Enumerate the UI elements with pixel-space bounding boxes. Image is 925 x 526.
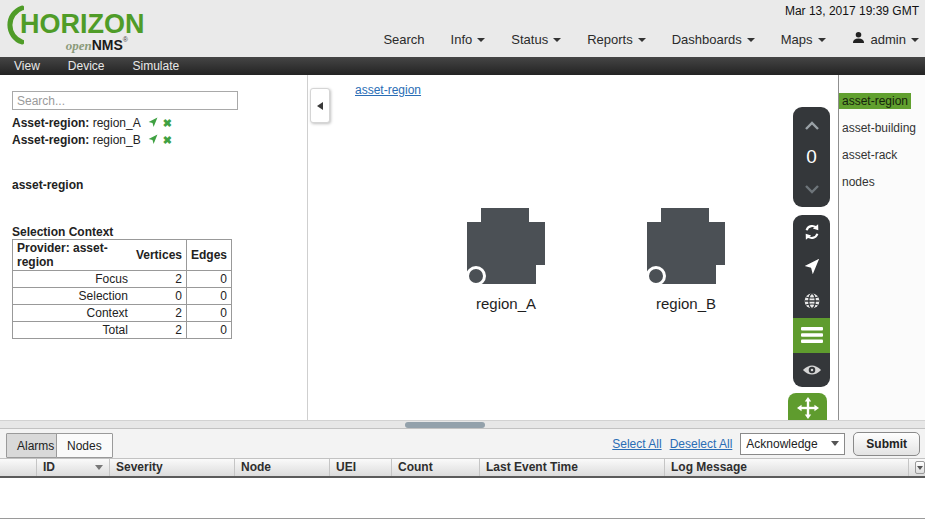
focus-panel: Asset-region: region_A✖ Asset-region: re… [0, 75, 308, 420]
logo-subtitle: openNMS® [6, 36, 128, 54]
caret-down-icon [818, 38, 826, 42]
layer-menu-button[interactable] [793, 318, 830, 352]
sort-desc-icon [95, 465, 103, 470]
locate-arrow-icon[interactable] [147, 133, 158, 149]
nav-reports[interactable]: Reports [587, 32, 646, 47]
column-chooser [909, 459, 925, 476]
deselect-all-link[interactable]: Deselect All [670, 437, 733, 451]
zoom-control: 0 [793, 107, 830, 207]
region-icon [647, 205, 725, 287]
refresh-icon [803, 223, 821, 241]
tab-nodes[interactable]: Nodes [56, 433, 113, 458]
zoom-out-chevron-icon[interactable] [804, 180, 820, 198]
focus-criterion: Asset-region: region_B✖ [12, 132, 172, 149]
horizon-logo[interactable]: HORIZON openNMS® [6, 3, 136, 53]
nav-maps[interactable]: Maps [781, 32, 826, 47]
triangle-down-icon [917, 466, 923, 470]
vertex-region-b[interactable]: region_B [641, 205, 731, 312]
menu-view[interactable]: View [0, 59, 54, 73]
table-header-row: Provider: asset-region Vertices Edges [13, 240, 232, 271]
pan-toggle-button[interactable] [793, 284, 830, 318]
vertex-region-a[interactable]: region_A [461, 205, 551, 312]
selection-context-table: Provider: asset-region Vertices Edges Fo… [12, 239, 232, 339]
search-input[interactable] [12, 91, 238, 110]
triangle-left-icon [317, 102, 323, 110]
zoom-level-value: 0 [806, 147, 817, 167]
region-icon [467, 205, 545, 287]
table-row: Selection 0 0 [13, 288, 232, 305]
alarm-actions: Select All Deselect All Acknowledge Subm… [612, 429, 920, 458]
hamburger-menu-icon [801, 327, 823, 343]
nav-info[interactable]: Info [451, 32, 486, 47]
layer-asset-building[interactable]: asset-building [839, 120, 919, 136]
layer-selector: asset-region asset-building asset-rack n… [838, 75, 925, 420]
topology-menubar: View Device Simulate [0, 57, 925, 75]
col-vertices: Vertices [132, 240, 187, 271]
col-count[interactable]: Count [392, 459, 480, 476]
selection-context-title: Selection Context [12, 225, 113, 239]
acknowledge-select[interactable]: Acknowledge [740, 433, 845, 455]
select-all-link[interactable]: Select All [612, 437, 661, 451]
center-on-selection-button[interactable] [793, 249, 830, 283]
layer-asset-rack[interactable]: asset-rack [839, 147, 900, 163]
caret-down-icon [747, 38, 755, 42]
refresh-button[interactable] [793, 215, 830, 249]
alarm-dock-panel: Alarms Nodes Select All Deselect All Ack… [0, 429, 925, 526]
shared-selection-button[interactable] [788, 393, 827, 423]
alarm-table-body[interactable] [0, 478, 925, 519]
app-header: HORIZON openNMS® Mar 13, 2017 19:39 GMT … [0, 0, 925, 57]
alarm-controls-bar: Alarms Nodes Select All Deselect All Ack… [0, 429, 925, 458]
focus-criterion: Asset-region: region_A✖ [12, 115, 172, 132]
current-layer-label: asset-region [12, 178, 83, 192]
locate-arrow-icon[interactable] [147, 116, 158, 132]
menu-device[interactable]: Device [54, 59, 119, 73]
remove-focus-icon[interactable]: ✖ [163, 117, 172, 129]
table-row: Focus 2 0 [13, 271, 232, 288]
topology-map[interactable]: asset-region region_A region_B [309, 75, 838, 420]
current-date: Mar 13, 2017 19:39 GMT [785, 4, 919, 18]
col-provider: Provider: asset-region [13, 240, 132, 271]
remove-focus-icon[interactable]: ✖ [163, 134, 172, 146]
eye-icon [802, 363, 822, 377]
col-checkbox [0, 459, 37, 476]
submit-button[interactable]: Submit [853, 432, 920, 456]
focus-criteria-list: Asset-region: region_A✖ Asset-region: re… [12, 115, 172, 149]
highlight-focus-button[interactable] [793, 353, 830, 387]
main-nav: Search Info Status Reports Dashboards Ma… [383, 31, 919, 47]
vertex-label: region_B [641, 295, 731, 312]
caret-down-icon [638, 38, 646, 42]
table-row: Total 2 0 [13, 322, 232, 339]
vertex-label: region_A [461, 295, 551, 312]
col-edges: Edges [186, 240, 231, 271]
col-uei[interactable]: UEI [330, 459, 392, 476]
globe-icon [803, 292, 821, 310]
col-id[interactable]: ID [37, 459, 110, 476]
layer-nodes[interactable]: nodes [839, 174, 878, 190]
table-row: Context 2 0 [13, 305, 232, 322]
scrollbar-thumb[interactable] [405, 422, 485, 428]
layer-asset-region[interactable]: asset-region [839, 93, 911, 109]
caret-down-icon [911, 38, 919, 42]
location-arrow-icon [803, 258, 820, 275]
col-severity[interactable]: Severity [110, 459, 235, 476]
col-node[interactable]: Node [235, 459, 330, 476]
move-arrows-icon [797, 397, 819, 419]
nav-search[interactable]: Search [383, 32, 424, 47]
alarm-table-header: ID Severity Node UEI Count Last Event Ti… [0, 458, 925, 478]
breadcrumb[interactable]: asset-region [355, 83, 421, 97]
col-log-message[interactable]: Log Message [665, 459, 909, 476]
menu-simulate[interactable]: Simulate [118, 59, 193, 73]
zoom-in-chevron-icon[interactable] [804, 116, 820, 134]
map-toolbar [793, 215, 830, 387]
opennms-topology-window: HORIZON openNMS® Mar 13, 2017 19:39 GMT … [0, 0, 925, 526]
nav-dashboards[interactable]: Dashboards [672, 32, 755, 47]
user-icon [852, 31, 865, 47]
nav-admin[interactable]: admin [852, 31, 919, 47]
caret-down-icon [553, 38, 561, 42]
caret-down-icon [477, 38, 485, 42]
column-chooser-button[interactable] [915, 461, 925, 474]
horizontal-scrollbar[interactable] [0, 420, 925, 429]
nav-status[interactable]: Status [511, 32, 561, 47]
collapse-panel-button[interactable] [310, 88, 330, 123]
col-last-event-time[interactable]: Last Event Time [480, 459, 665, 476]
